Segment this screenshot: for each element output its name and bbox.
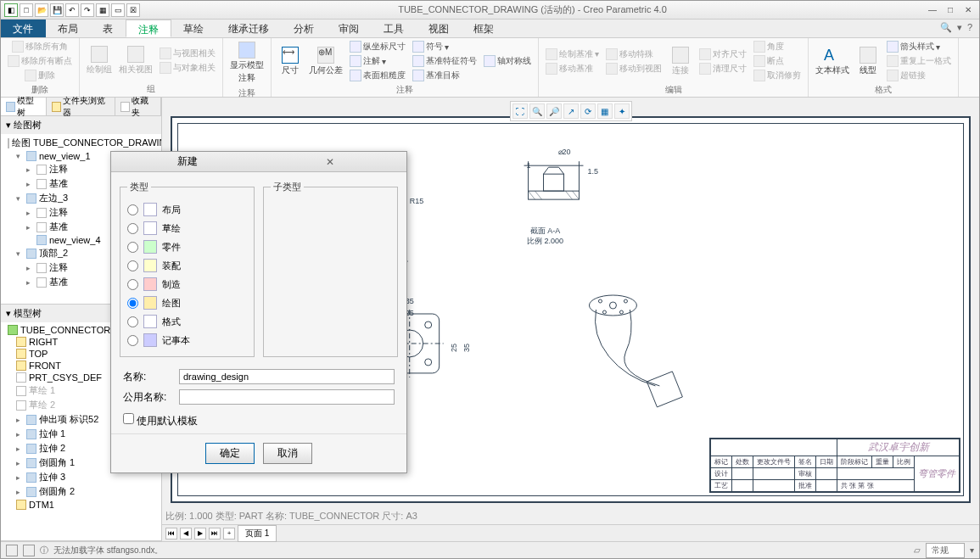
filter-combo[interactable]: 常规 xyxy=(926,543,965,558)
type-sketch[interactable]: 草绘 xyxy=(127,219,247,238)
datum-sym-button[interactable]: 基准特征符号 xyxy=(411,54,479,68)
layers-icon[interactable]: ✦ xyxy=(614,103,630,119)
first-sheet-icon[interactable]: ⏮ xyxy=(165,528,177,539)
common-name-input[interactable] xyxy=(179,389,395,405)
type-assembly[interactable]: 装配 xyxy=(127,256,247,275)
tab-review[interactable]: 审阅 xyxy=(327,20,372,37)
delete-button[interactable]: 删除 xyxy=(23,69,57,82)
close-icon[interactable]: ✕ xyxy=(960,4,976,16)
last-sheet-icon[interactable]: ⏭ xyxy=(209,528,221,539)
redo-icon[interactable]: ↷ xyxy=(81,3,94,17)
zoom-in-icon[interactable]: 🔍 xyxy=(529,103,545,119)
type-drawing[interactable]: 绘图 xyxy=(127,293,247,312)
pan-icon[interactable]: ↗ xyxy=(563,103,579,119)
rotate-icon[interactable]: ⟳ xyxy=(580,103,596,119)
axis-icon[interactable] xyxy=(23,545,35,556)
text-style-button[interactable]: A文本样式 xyxy=(814,45,851,78)
pair-related-button[interactable]: 与对象相关 xyxy=(158,61,217,75)
maximize-icon[interactable]: □ xyxy=(943,4,958,16)
type-part[interactable]: 零件 xyxy=(127,238,247,256)
clip-button[interactable]: 对齐尺寸 xyxy=(697,48,748,61)
draw-datum-button[interactable]: 绘制基准▾ xyxy=(544,48,601,61)
dialog-close-icon[interactable]: ✕ xyxy=(259,156,401,168)
tab-view[interactable]: 视图 xyxy=(417,20,462,37)
remove-break-button[interactable]: 移除所有断点 xyxy=(6,54,74,68)
angle-button[interactable]: 角度 xyxy=(752,40,803,53)
tree-item[interactable]: DTM1 xyxy=(4,499,158,511)
undo-icon[interactable]: ↶ xyxy=(65,3,79,17)
settings-icon[interactable]: ▾ xyxy=(957,22,962,35)
ribbon-tabs: 文件 布局 表 注释 草绘 继承迁移 分析 审阅 工具 视图 框架 🔍 ▾ ? xyxy=(1,20,979,38)
axis-sym-button[interactable]: 轴对称线 xyxy=(482,54,533,68)
type-layout[interactable]: 布局 xyxy=(127,200,247,219)
cancel-trim-button[interactable]: 取消修剪 xyxy=(752,69,803,82)
move-special-button[interactable]: 移动特殊 xyxy=(604,48,664,61)
app-menu-icon[interactable]: ◧ xyxy=(4,3,18,17)
geo-tol-button[interactable]: ⊕M几何公差 xyxy=(307,45,344,78)
default-template-checkbox[interactable]: 使用默认模板 xyxy=(123,415,198,427)
datum-target-button[interactable]: 基准目标 xyxy=(411,69,479,82)
add-sheet-icon[interactable]: + xyxy=(223,528,235,539)
surf-rough-button[interactable]: 表面粗糙度 xyxy=(348,69,407,82)
help-icon[interactable]: ? xyxy=(967,22,972,35)
sb-tab-folder[interactable]: 文件夹浏览器 xyxy=(47,98,116,115)
cancel-button[interactable]: 取消 xyxy=(263,443,312,464)
view-related-button[interactable]: 与视图相关 xyxy=(158,47,217,60)
arrow-style-button[interactable]: 箭头样式▾ xyxy=(885,40,953,53)
coord-dim-button[interactable]: 纵坐标尺寸 xyxy=(348,40,407,53)
move-datum-button[interactable]: 移动基准 xyxy=(544,62,601,75)
open-icon[interactable]: 📂 xyxy=(35,3,48,17)
next-sheet-icon[interactable]: ▶ xyxy=(194,528,206,539)
tab-sketch[interactable]: 草绘 xyxy=(171,20,216,37)
tree-root[interactable]: 绘图 TUBE_CONNECTOR_DRAWING.DRW 的 xyxy=(4,136,158,150)
drawing-tree-header[interactable]: ▾ 绘图树 xyxy=(1,116,161,134)
tree-item[interactable]: ▸倒圆角 2 xyxy=(4,484,158,499)
attach-button[interactable]: 连接 xyxy=(667,45,694,78)
regen-icon[interactable]: ▦ xyxy=(96,3,109,17)
prev-sheet-icon[interactable]: ◀ xyxy=(180,528,192,539)
hyperlink-button[interactable]: 超链接 xyxy=(885,69,953,82)
save-icon[interactable]: 💾 xyxy=(50,3,64,17)
tab-file[interactable]: 文件 xyxy=(1,20,46,37)
remove-corner-button[interactable]: 移除所有角 xyxy=(10,40,70,53)
tab-layout[interactable]: 布局 xyxy=(46,20,91,37)
cleanup-button[interactable]: 清理尺寸 xyxy=(697,62,748,75)
tab-inherit[interactable]: 继承迁移 xyxy=(216,20,282,37)
type-notebook[interactable]: 记事本 xyxy=(127,331,247,349)
tab-analysis[interactable]: 分析 xyxy=(282,20,327,37)
tab-table[interactable]: 表 xyxy=(91,20,126,37)
display-icon[interactable]: ▦ xyxy=(597,103,613,119)
minimize-icon[interactable]: — xyxy=(925,4,940,16)
type-mfg[interactable]: 制造 xyxy=(127,275,247,293)
related-view-button[interactable]: 相关视图 xyxy=(117,44,154,77)
zoom-fit-icon[interactable]: ⛶ xyxy=(512,103,528,119)
geom-icon[interactable]: ▱ xyxy=(914,545,921,555)
move-to-view-button[interactable]: 移动到视图 xyxy=(604,62,664,75)
dialog-titlebar[interactable]: 新建 ✕ xyxy=(111,152,406,172)
dimension-button[interactable]: ⟷尺寸 xyxy=(277,45,304,78)
plane-icon[interactable] xyxy=(6,545,18,556)
sb-tab-model[interactable]: 模型树 xyxy=(1,98,47,115)
sheet-tab-1[interactable]: 页面 1 xyxy=(238,525,277,542)
symbol-button[interactable]: 符号▾ xyxy=(411,40,479,53)
line-style-button[interactable]: 线型 xyxy=(854,45,882,78)
close-win-icon[interactable]: ☒ xyxy=(126,3,140,17)
tab-tools[interactable]: 工具 xyxy=(372,20,417,37)
repeat-fmt-button[interactable]: 重复上一格式 xyxy=(885,54,953,68)
show-model-button[interactable]: 显示模型注释 xyxy=(228,40,266,86)
svg-point-29 xyxy=(609,302,616,309)
tab-annotate[interactable]: 注释 xyxy=(126,20,171,37)
note-button[interactable]: 注解▾ xyxy=(348,54,407,68)
ok-button[interactable]: 确定 xyxy=(205,443,255,464)
sheet-tabs: ⏮ ◀ ▶ ⏭ + 页面 1 xyxy=(162,524,979,541)
zoom-out-icon[interactable]: 🔎 xyxy=(546,103,562,119)
search-icon[interactable]: 🔍 xyxy=(940,22,952,35)
sb-tab-fav[interactable]: 收藏夹 xyxy=(115,98,161,115)
tab-frame[interactable]: 框架 xyxy=(462,20,507,37)
new-icon[interactable]: □ xyxy=(20,3,33,17)
type-format[interactable]: 格式 xyxy=(127,312,247,331)
break-button[interactable]: 断点 xyxy=(752,54,803,68)
draw-group-button[interactable]: 绘制组 xyxy=(85,44,114,77)
name-input[interactable] xyxy=(179,369,395,384)
windows-icon[interactable]: ▭ xyxy=(111,3,125,17)
